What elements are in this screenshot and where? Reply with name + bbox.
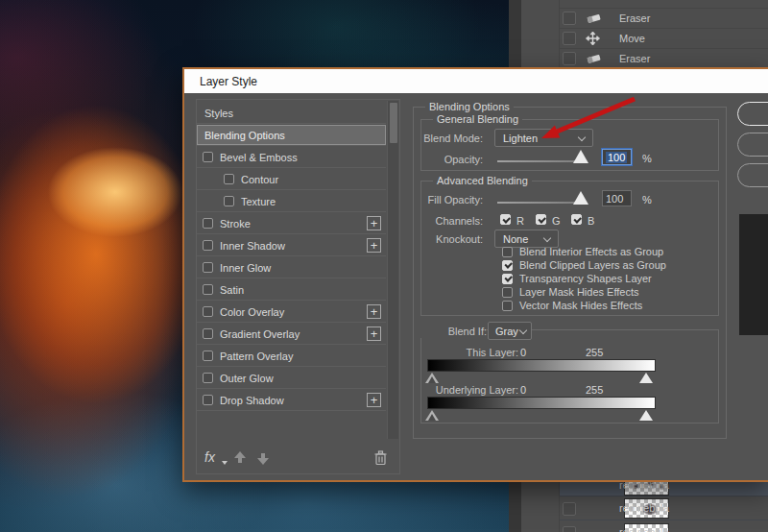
style-item-contour[interactable]: Contour bbox=[197, 169, 386, 190]
fill-opacity-slider-track[interactable] bbox=[497, 202, 582, 204]
this-layer-highlight-slider[interactable] bbox=[639, 373, 653, 383]
style-checkbox[interactable] bbox=[203, 351, 213, 361]
group-label: Advanced Blending bbox=[433, 175, 532, 186]
underlying-layer-max: 255 bbox=[586, 384, 603, 396]
style-item-inner-shadow[interactable]: Inner Shadow bbox=[197, 235, 386, 256]
add-instance-button[interactable] bbox=[367, 216, 381, 230]
add-instance-button[interactable] bbox=[367, 238, 381, 253]
dialog-titlebar[interactable]: Layer Style bbox=[184, 69, 768, 93]
blend-mode-dropdown[interactable]: Lighten bbox=[494, 129, 593, 147]
eraser-icon bbox=[586, 12, 602, 25]
ok-button[interactable] bbox=[737, 102, 768, 126]
layer-row-red-nebula[interactable]: red nebula bbox=[560, 496, 768, 520]
style-item-bevel-emboss[interactable]: Bevel & Emboss bbox=[197, 147, 386, 168]
option-checkbox[interactable] bbox=[502, 274, 513, 284]
history-row-move[interactable]: Move bbox=[560, 28, 768, 49]
channel-r-label: R bbox=[516, 215, 524, 227]
underlying-layer-shadow-slider[interactable] bbox=[425, 410, 439, 421]
style-checkbox[interactable] bbox=[203, 306, 213, 317]
option-label: Transparency Shapes Layer bbox=[519, 273, 652, 284]
styles-list-box: Styles Blending Options Bevel & Emboss C… bbox=[196, 99, 400, 474]
this-layer-gradient-bar bbox=[427, 359, 656, 372]
option-label: Blend Interior Effects as Group bbox=[519, 246, 663, 257]
history-row-eraser[interactable]: Eraser bbox=[560, 8, 768, 29]
styles-scrollbar[interactable] bbox=[387, 101, 398, 439]
style-item-label: Outer Glow bbox=[220, 373, 274, 384]
style-checkbox[interactable] bbox=[203, 284, 213, 295]
option-blend-interior[interactable]: Blend Interior Effects as Group bbox=[502, 246, 663, 257]
style-item-pattern-overlay[interactable]: Pattern Overlay bbox=[197, 346, 386, 367]
style-item-gradient-overlay[interactable]: Gradient Overlay bbox=[197, 324, 386, 345]
fx-menu-button[interactable]: fx bbox=[204, 449, 215, 465]
chevron-down-icon bbox=[519, 326, 527, 334]
blend-if-dropdown[interactable]: Gray bbox=[488, 322, 532, 340]
dialog-title: Layer Style bbox=[200, 75, 257, 88]
channel-b-checkbox[interactable] bbox=[571, 214, 582, 225]
option-blend-clipped[interactable]: Blend Clipped Layers as Group bbox=[502, 259, 666, 271]
blend-if-value: Gray bbox=[495, 326, 518, 337]
new-style-button[interactable] bbox=[737, 163, 768, 187]
channels-label: Channels: bbox=[415, 215, 483, 227]
add-instance-button[interactable] bbox=[367, 326, 381, 341]
option-checkbox[interactable] bbox=[502, 301, 513, 311]
style-checkbox[interactable] bbox=[224, 174, 234, 184]
style-checkbox[interactable] bbox=[203, 240, 213, 251]
style-preview-swatch bbox=[739, 214, 768, 335]
channel-r-checkbox[interactable] bbox=[500, 214, 511, 225]
photoshop-screen: Eraser Move Eraser red nebula bbox=[0, 0, 768, 532]
blend-mode-value: Lighten bbox=[503, 133, 538, 144]
channel-g-checkbox[interactable] bbox=[536, 214, 546, 225]
add-instance-button[interactable] bbox=[367, 304, 381, 319]
opacity-label: Opacity: bbox=[415, 154, 483, 165]
style-item-label: Blending Options bbox=[203, 130, 285, 141]
style-item-stroke[interactable]: Stroke bbox=[197, 213, 386, 234]
cancel-button[interactable] bbox=[737, 133, 768, 157]
option-checkbox[interactable] bbox=[502, 260, 513, 271]
style-item-styles[interactable]: Styles bbox=[197, 103, 386, 124]
styles-scrollbar-thumb[interactable] bbox=[390, 103, 397, 143]
fill-opacity-slider-thumb[interactable] bbox=[573, 191, 588, 205]
style-item-inner-glow[interactable]: Inner Glow bbox=[197, 257, 386, 278]
option-label: Layer Mask Hides Effects bbox=[519, 286, 639, 298]
style-checkbox[interactable] bbox=[203, 395, 213, 405]
channel-b-label: B bbox=[588, 215, 594, 227]
option-layer-mask-hides[interactable]: Layer Mask Hides Effects bbox=[502, 286, 639, 298]
style-checkbox[interactable] bbox=[203, 262, 213, 273]
layer-row-red-nebula[interactable]: red nebula bbox=[560, 520, 768, 532]
style-item-drop-shadow[interactable]: Drop Shadow bbox=[197, 390, 386, 411]
option-vector-mask-hides[interactable]: Vector Mask Hides Effects bbox=[502, 300, 642, 311]
style-checkbox[interactable] bbox=[224, 196, 234, 206]
style-item-texture[interactable]: Texture bbox=[197, 191, 386, 212]
delete-effect-button[interactable] bbox=[373, 449, 388, 466]
history-row-eraser[interactable]: Eraser bbox=[560, 48, 768, 69]
style-item-label: Stroke bbox=[220, 218, 251, 230]
style-item-label: Texture bbox=[241, 196, 276, 207]
option-checkbox[interactable] bbox=[502, 287, 513, 298]
channel-g-label: G bbox=[552, 215, 561, 227]
move-icon bbox=[586, 31, 600, 45]
style-item-satin[interactable]: Satin bbox=[197, 279, 386, 301]
option-checkbox[interactable] bbox=[502, 247, 513, 257]
option-transparency-shapes[interactable]: Transparency Shapes Layer bbox=[502, 273, 652, 284]
style-checkbox[interactable] bbox=[203, 218, 213, 229]
move-effect-down-button[interactable] bbox=[256, 451, 270, 465]
underlying-layer-highlight-slider[interactable] bbox=[639, 410, 653, 421]
this-layer-label: This Layer: bbox=[434, 347, 518, 358]
history-item-label: Move bbox=[619, 33, 645, 44]
style-checkbox[interactable] bbox=[203, 152, 213, 162]
fill-opacity-input[interactable]: 100 bbox=[602, 190, 632, 206]
opacity-slider-track[interactable] bbox=[497, 160, 582, 162]
underlying-layer-gradient-bar bbox=[427, 397, 656, 409]
style-checkbox[interactable] bbox=[203, 373, 213, 383]
opacity-input[interactable]: 100 bbox=[602, 149, 632, 165]
add-instance-button[interactable] bbox=[367, 393, 381, 407]
this-layer-shadow-slider[interactable] bbox=[425, 373, 439, 383]
opacity-slider-thumb[interactable] bbox=[573, 150, 588, 163]
style-item-blending-options[interactable]: Blending Options bbox=[197, 125, 386, 146]
style-checkbox[interactable] bbox=[203, 328, 213, 339]
style-item-color-overlay[interactable]: Color Overlay bbox=[197, 302, 386, 323]
style-item-outer-glow[interactable]: Outer Glow bbox=[197, 368, 386, 389]
fill-opacity-unit: % bbox=[642, 194, 652, 206]
fill-opacity-value: 100 bbox=[606, 193, 623, 205]
move-effect-up-button[interactable] bbox=[233, 451, 247, 465]
